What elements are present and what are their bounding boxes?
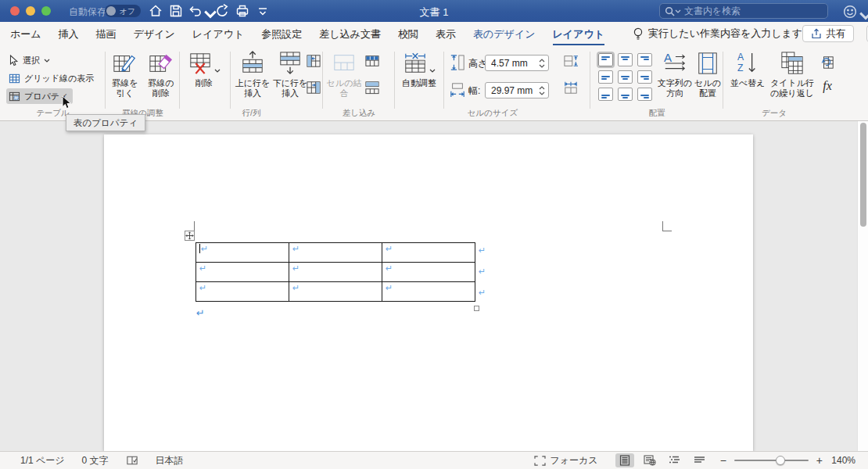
document-table[interactable]: ↵ ↵ ↵ ↵ ↵ ↵ ↵ ↵ ↵: [195, 242, 475, 302]
table-cell[interactable]: ↵: [289, 243, 382, 263]
align-center-button[interactable]: [618, 70, 633, 84]
tell-me-label: 実行したい作業内容を入力します: [648, 27, 802, 41]
tab-home[interactable]: ホーム: [10, 22, 41, 46]
align-bottom-left-button[interactable]: [598, 88, 613, 101]
home-icon[interactable]: [149, 4, 163, 18]
scrollbar-thumb[interactable]: [860, 123, 866, 227]
tab-references[interactable]: 参照設定: [261, 22, 302, 46]
insert-rows-below-button[interactable]: 下に行を挿入: [272, 51, 308, 98]
distribute-columns-button[interactable]: [562, 80, 579, 95]
text-direction-button[interactable]: A 文字列の方向: [656, 51, 694, 98]
distribute-rows-button[interactable]: [562, 53, 579, 69]
redo-icon[interactable]: [216, 4, 230, 18]
split-cells-icon: [364, 54, 380, 68]
stepper-down-icon[interactable]: [539, 64, 545, 68]
insert-column-left-button[interactable]: [305, 53, 322, 69]
eraser-button[interactable]: 罫線の削除: [144, 51, 178, 98]
table-cell[interactable]: ↵: [289, 282, 382, 302]
merge-cells-button[interactable]: セルの結合: [326, 51, 362, 98]
focus-mode-button[interactable]: フォーカス: [534, 454, 598, 467]
repeat-header-rows-button[interactable]: タイトル行の繰り返し: [767, 51, 817, 98]
tab-review[interactable]: 校閲: [398, 22, 418, 46]
tell-me-box[interactable]: 実行したい作業内容を入力します: [633, 27, 802, 41]
vertical-scrollbar[interactable]: [857, 121, 868, 451]
draft-view-button[interactable]: [690, 453, 709, 467]
select-button[interactable]: 選択: [6, 52, 55, 68]
table-cell[interactable]: ↵: [196, 282, 289, 302]
print-layout-view-button[interactable]: [615, 453, 634, 467]
insert-rows-above-button[interactable]: 上に行を挿入: [235, 51, 271, 98]
search-input[interactable]: [684, 5, 823, 16]
undo-icon[interactable]: [188, 4, 203, 18]
align-center-left-button[interactable]: [598, 70, 613, 84]
height-stepper[interactable]: [537, 59, 548, 68]
zoom-slider-track[interactable]: [734, 460, 809, 461]
draw-border-button[interactable]: 罫線を引く: [108, 51, 142, 98]
convert-to-text-button[interactable]: [819, 55, 836, 70]
insert-column-right-button[interactable]: [305, 80, 322, 95]
save-icon[interactable]: [169, 4, 183, 18]
language-status[interactable]: 日本語: [156, 454, 184, 467]
align-bottom-center-button[interactable]: [618, 88, 633, 101]
close-window-button[interactable]: [10, 6, 20, 16]
print-icon[interactable]: [235, 4, 249, 18]
cell-margins-label: セルの配置: [692, 78, 723, 98]
tab-draw[interactable]: 描画: [96, 22, 117, 46]
tab-view[interactable]: 表示: [436, 22, 456, 46]
autofit-button[interactable]: 自動調整: [400, 51, 439, 88]
table-cell[interactable]: ↵: [196, 263, 289, 282]
sort-button[interactable]: AZ 並べ替え: [730, 51, 766, 88]
tab-insert[interactable]: 挿入: [59, 22, 79, 46]
tab-design[interactable]: デザイン: [134, 22, 175, 46]
split-table-button[interactable]: [364, 80, 381, 95]
table-move-handle[interactable]: [185, 231, 195, 241]
table-cell[interactable]: ↵: [196, 243, 289, 263]
tab-table-design[interactable]: 表のデザイン: [473, 22, 536, 46]
width-input[interactable]: [486, 85, 537, 96]
web-layout-view-button[interactable]: [640, 453, 659, 467]
align-center-right-button[interactable]: [637, 70, 652, 84]
zoom-slider[interactable]: [734, 455, 809, 466]
align-top-left-button[interactable]: [598, 53, 613, 66]
table-cell[interactable]: ↵: [382, 282, 475, 302]
page-count[interactable]: 1/1 ページ: [20, 454, 65, 467]
share-button[interactable]: 共有: [802, 25, 854, 42]
outline-view-button[interactable]: [665, 453, 684, 467]
tab-table-layout[interactable]: レイアウト: [553, 22, 605, 46]
zoom-percentage[interactable]: 140%: [824, 455, 855, 466]
width-field[interactable]: [485, 82, 549, 98]
tab-mailings[interactable]: 差し込み文書: [319, 22, 381, 46]
table-cell[interactable]: ↵: [289, 263, 382, 282]
table-resize-handle[interactable]: [474, 306, 479, 311]
zoom-out-button[interactable]: −: [719, 454, 728, 467]
width-stepper[interactable]: [537, 86, 548, 95]
word-count[interactable]: 0 文字: [82, 454, 109, 467]
formula-button[interactable]: fx: [819, 78, 836, 94]
view-gridlines-button[interactable]: グリッド線の表示: [6, 70, 99, 86]
cell-margins-button[interactable]: セルの配置: [692, 51, 723, 98]
height-field[interactable]: [485, 55, 549, 71]
delete-button[interactable]: 削除: [186, 51, 222, 88]
feedback-smiley-icon[interactable]: [843, 5, 857, 19]
align-top-right-button[interactable]: [637, 53, 652, 66]
height-input[interactable]: [486, 58, 537, 69]
proofing-status-icon[interactable]: [126, 455, 138, 466]
zoom-in-button[interactable]: +: [815, 454, 824, 467]
zoom-window-button[interactable]: [41, 6, 51, 16]
stepper-down-icon[interactable]: [539, 91, 545, 95]
autosave-toggle[interactable]: オフ: [105, 5, 141, 17]
align-bottom-right-button[interactable]: [637, 88, 652, 101]
feedback-chevron-icon[interactable]: [859, 9, 868, 23]
stepper-up-icon[interactable]: [539, 86, 545, 90]
zoom-slider-thumb[interactable]: [776, 456, 785, 465]
table-cell[interactable]: ↵: [382, 263, 475, 282]
toolbar-options-icon[interactable]: [256, 4, 270, 18]
align-top-center-button[interactable]: [618, 53, 633, 66]
minimize-window-button[interactable]: [26, 6, 35, 16]
stepper-up-icon[interactable]: [539, 59, 545, 63]
split-cells-button[interactable]: [364, 53, 381, 69]
tab-layout[interactable]: レイアウト: [192, 22, 245, 46]
eraser-icon: [149, 51, 174, 76]
search-box[interactable]: [659, 3, 828, 19]
table-cell[interactable]: ↵: [382, 243, 475, 263]
